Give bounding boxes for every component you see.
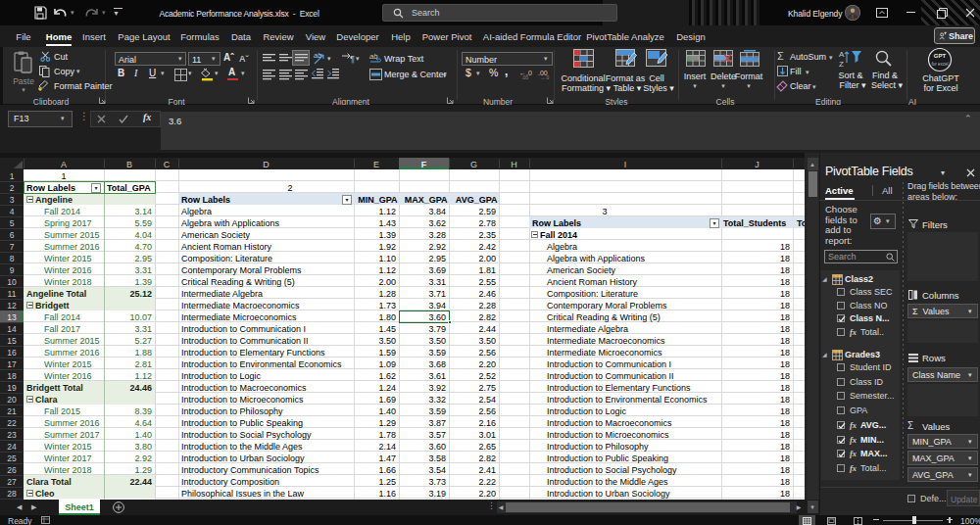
svg-text:¶: ¶ [350, 54, 355, 64]
svg-text:GPT: GPT [934, 53, 947, 59]
svg-text:for excel: for excel [931, 62, 948, 67]
svg-text:Z: Z [839, 60, 844, 69]
svg-text:A: A [839, 50, 845, 59]
svg-text:ab: ab [314, 52, 321, 59]
